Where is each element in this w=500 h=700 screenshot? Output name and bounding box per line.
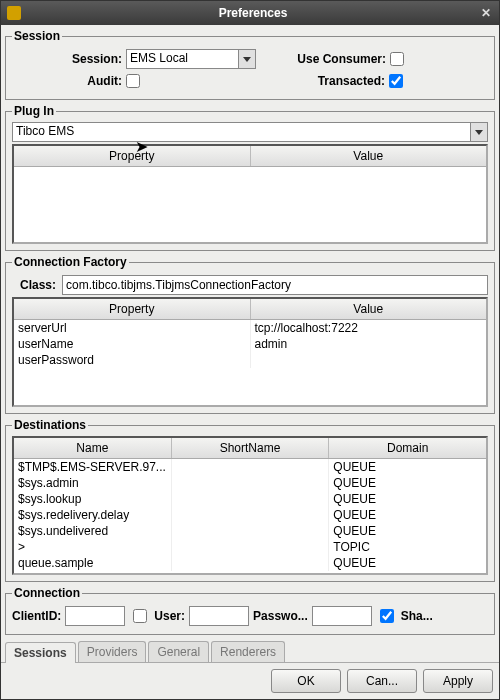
audit-checkbox[interactable] xyxy=(126,74,140,88)
session-select-arrow[interactable] xyxy=(238,49,256,69)
table-row[interactable]: $sys.redelivery.delayQUEUE xyxy=(14,507,486,523)
table-row[interactable]: $TMP$.EMS-SERVER.97...QUEUE xyxy=(14,459,486,475)
clientid-label: ClientID: xyxy=(12,609,61,623)
plugin-select[interactable]: Tibco EMS xyxy=(12,122,470,142)
audit-label: Audit: xyxy=(12,74,122,88)
session-label: Session: xyxy=(12,52,122,66)
app-icon xyxy=(7,6,21,20)
cell-name: queue.sample xyxy=(14,555,172,571)
close-icon[interactable]: ✕ xyxy=(479,6,493,20)
cf-col-value[interactable]: Value xyxy=(251,299,487,319)
destinations-table[interactable]: Name ShortName Domain $TMP$.EMS-SERVER.9… xyxy=(12,436,488,575)
table-row[interactable]: serverUrltcp://localhost:7222 xyxy=(14,320,486,336)
cell-domain: QUEUE xyxy=(329,555,486,571)
cell-name: > xyxy=(14,539,172,555)
chevron-down-icon xyxy=(243,57,251,62)
table-row[interactable]: queue.sampleQUEUE xyxy=(14,555,486,571)
password-label: Passwo... xyxy=(253,609,308,623)
dest-col-domain[interactable]: Domain xyxy=(329,438,486,458)
plugin-legend: Plug In xyxy=(12,104,56,118)
cancel-button[interactable]: Can... xyxy=(347,669,417,693)
cell-property: serverUrl xyxy=(14,320,251,336)
dest-col-shortname[interactable]: ShortName xyxy=(172,438,330,458)
ok-button[interactable]: OK xyxy=(271,669,341,693)
session-select[interactable]: EMS Local xyxy=(126,49,238,69)
plugin-table[interactable]: Property Value xyxy=(12,144,488,244)
cell-shortname xyxy=(172,507,330,523)
clientid-input[interactable] xyxy=(65,606,125,626)
user-label: User: xyxy=(154,609,185,623)
tab-providers[interactable]: Providers xyxy=(78,641,147,662)
cell-property: userPassword xyxy=(14,352,251,368)
use-consumer-label: Use Consumer: xyxy=(256,52,386,66)
cell-name: $TMP$.EMS-SERVER.97... xyxy=(14,459,172,475)
class-input[interactable] xyxy=(62,275,488,295)
class-label: Class: xyxy=(12,278,56,292)
table-row[interactable]: $sys.adminQUEUE xyxy=(14,475,486,491)
cell-value: admin xyxy=(251,336,487,352)
cell-name: $sys.undelivered xyxy=(14,523,172,539)
connection-legend: Connection xyxy=(12,586,82,600)
cell-shortname xyxy=(172,491,330,507)
apply-button[interactable]: Apply xyxy=(423,669,493,693)
table-row[interactable]: $sys.undeliveredQUEUE xyxy=(14,523,486,539)
cell-domain: QUEUE xyxy=(329,523,486,539)
connection-group: Connection ClientID: User: Passwo... Sha… xyxy=(5,586,495,635)
tab-general[interactable]: General xyxy=(148,641,209,662)
shared-checkbox[interactable] xyxy=(380,609,394,623)
cell-domain: QUEUE xyxy=(329,459,486,475)
table-row[interactable]: >TOPIC xyxy=(14,539,486,555)
plugin-select-arrow[interactable] xyxy=(470,122,488,142)
destinations-legend: Destinations xyxy=(12,418,88,432)
connection-factory-legend: Connection Factory xyxy=(12,255,129,269)
cell-shortname xyxy=(172,539,330,555)
dialog-buttons: OK Can... Apply xyxy=(1,663,499,699)
connection-factory-group: Connection Factory Class: Property Value… xyxy=(5,255,495,414)
tab-sessions[interactable]: Sessions xyxy=(5,642,76,663)
cell-property: userName xyxy=(14,336,251,352)
cell-value: tcp://localhost:7222 xyxy=(251,320,487,336)
destinations-group: Destinations Name ShortName Domain $TMP$… xyxy=(5,418,495,582)
bottom-tabs: SessionsProvidersGeneralRenderers xyxy=(1,639,499,663)
chevron-down-icon xyxy=(475,130,483,135)
cell-domain: QUEUE xyxy=(329,491,486,507)
cell-shortname xyxy=(172,459,330,475)
cell-name: $sys.lookup xyxy=(14,491,172,507)
use-consumer-checkbox[interactable] xyxy=(390,52,404,66)
cell-domain: QUEUE xyxy=(329,507,486,523)
shared-label: Sha... xyxy=(401,609,433,623)
session-group: Session Session: EMS Local Use Consumer:… xyxy=(5,29,495,100)
cell-shortname xyxy=(172,555,330,571)
plugin-group: Plug In Tibco EMS Property Value xyxy=(5,104,495,251)
plugin-col-value[interactable]: Value xyxy=(251,146,487,166)
transacted-checkbox[interactable] xyxy=(389,74,403,88)
cell-value xyxy=(251,352,487,368)
cell-shortname xyxy=(172,475,330,491)
cell-name: $sys.redelivery.delay xyxy=(14,507,172,523)
password-input[interactable] xyxy=(312,606,372,626)
cell-shortname xyxy=(172,523,330,539)
connection-factory-table[interactable]: Property Value serverUrltcp://localhost:… xyxy=(12,297,488,407)
window-title: Preferences xyxy=(27,6,479,20)
tab-renderers[interactable]: Renderers xyxy=(211,641,285,662)
cf-col-property[interactable]: Property xyxy=(14,299,251,319)
session-legend: Session xyxy=(12,29,62,43)
titlebar: Preferences ✕ xyxy=(1,1,499,25)
table-row[interactable]: $sys.lookupQUEUE xyxy=(14,491,486,507)
cell-domain: TOPIC xyxy=(329,539,486,555)
dest-col-name[interactable]: Name xyxy=(14,438,172,458)
anon-checkbox[interactable] xyxy=(133,609,147,623)
table-row[interactable]: userNameadmin xyxy=(14,336,486,352)
transacted-label: Transacted: xyxy=(255,74,385,88)
plugin-col-property[interactable]: Property xyxy=(14,146,251,166)
table-row[interactable]: userPassword xyxy=(14,352,486,368)
cell-name: $sys.admin xyxy=(14,475,172,491)
user-input[interactable] xyxy=(189,606,249,626)
cell-domain: QUEUE xyxy=(329,475,486,491)
